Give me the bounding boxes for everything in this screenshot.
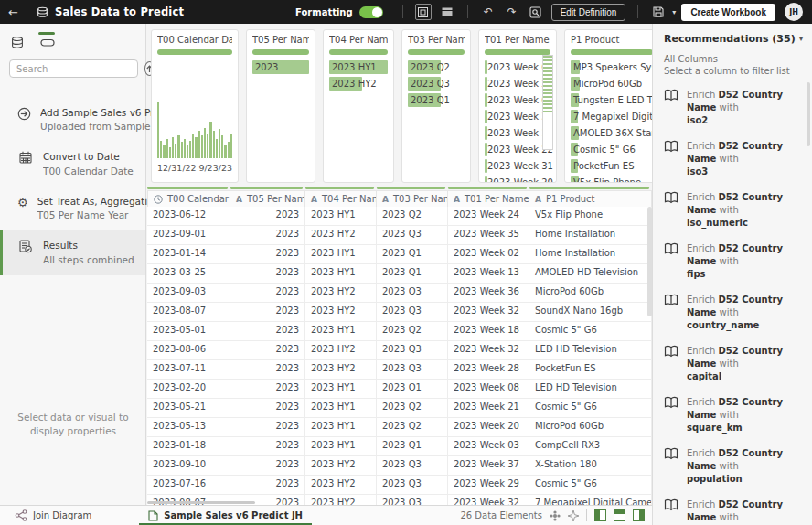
table-cell[interactable]: 7 Megapixel Digital Camera	[529, 495, 652, 505]
table-cell[interactable]: 2023 Week 32	[448, 341, 529, 360]
table-cell[interactable]: 2023	[230, 207, 305, 226]
table-cell[interactable]: 2023 Week 03	[448, 437, 529, 456]
undo-icon[interactable]: ↶	[480, 4, 497, 20]
table-cell[interactable]: 2023	[230, 284, 305, 303]
table-cell[interactable]: 2023 HY2	[305, 495, 377, 505]
card-value-item[interactable]: 2023 Week 32	[485, 110, 550, 123]
table-cell[interactable]: Home Installation	[529, 245, 652, 264]
table-cell[interactable]: 2023-01-14	[147, 245, 230, 264]
table-cell[interactable]: 2023 Week 29	[448, 476, 529, 495]
table-cell[interactable]: 2023 Week 32	[448, 495, 529, 505]
table-cell[interactable]: 2023 Q3	[377, 456, 448, 476]
card-value-item[interactable]: 7 Megapixel Digital C	[571, 110, 652, 123]
table-cell[interactable]: 2023-09-01	[147, 226, 230, 245]
card-value-item[interactable]: 2023 Week 22	[485, 143, 550, 156]
table-cell[interactable]: 2023 HY2	[305, 360, 377, 380]
table-cell[interactable]: Cosmic 5" G6	[529, 322, 652, 341]
search-input[interactable]	[9, 59, 138, 78]
step-item[interactable]: ResultsAll steps combined	[0, 230, 145, 274]
recommendation-item[interactable]: Enrich D52 Country Name withiso2	[664, 89, 803, 127]
table-cell[interactable]: 2023 HY1	[305, 380, 377, 399]
column-profile-card[interactable]: T03 Per Name Qtr2023 Q22023 Q32023 Q1	[401, 29, 471, 183]
table-cell[interactable]: 2023-07-11	[147, 360, 230, 380]
table-cell[interactable]: Home Installation	[529, 226, 652, 245]
recommendation-item[interactable]: Enrich D52 Country Name withcapital	[664, 345, 803, 383]
table-cell[interactable]: 2023 Week 02	[448, 245, 529, 264]
table-cell[interactable]: 2023 Q2	[377, 207, 448, 226]
column-header[interactable]: AT03 Per Nam...	[377, 190, 448, 208]
table-view-icon[interactable]	[439, 4, 455, 20]
table-cell[interactable]: 2023	[230, 226, 305, 245]
card-value-item[interactable]: 2023 HY2	[329, 77, 388, 91]
dataset-tab[interactable]: Sample Sales v6 Predict JH	[139, 506, 312, 525]
column-profile-card[interactable]: T04 Per Name ...2023 HY12023 HY2	[323, 29, 394, 183]
table-cell[interactable]: 2023-03-25	[147, 264, 230, 284]
table-cell[interactable]: 2023	[230, 322, 305, 341]
table-cell[interactable]: 2023 Week 20	[448, 418, 529, 437]
card-view-icon[interactable]	[415, 4, 432, 20]
save-menu-caret-icon[interactable]: ▾	[672, 8, 676, 16]
card-value-item[interactable]: PocketFun ES	[571, 159, 652, 173]
save-icon[interactable]	[650, 4, 667, 20]
card-value-item[interactable]: 2023 Week 27	[485, 77, 550, 91]
table-cell[interactable]: 2023 Q3	[377, 303, 448, 322]
edit-definition-button[interactable]: Edit Definition	[551, 4, 626, 21]
table-cell[interactable]: 2023	[230, 264, 305, 284]
join-diagram-button[interactable]: Join Diagram	[15, 509, 91, 521]
card-value-item[interactable]: 2023 Week 20	[485, 176, 550, 183]
table-cell[interactable]: 2023 HY2	[305, 341, 377, 360]
table-cell[interactable]: Cosmic 5" G6	[529, 476, 652, 495]
table-cell[interactable]: 2023	[230, 399, 305, 418]
table-cell[interactable]: AMOLED HD Television	[529, 264, 652, 284]
table-cell[interactable]: 2023	[230, 476, 305, 495]
step-item[interactable]: Add Sample Sales v6 Pre...Uploaded from …	[0, 98, 145, 142]
table-cell[interactable]: 2023 Q1	[377, 437, 448, 456]
column-profile-card[interactable]: P1 ProductMP3 Speakers SystemMicroPod 60…	[564, 29, 652, 183]
card-value-item[interactable]: 2023 Week 19	[485, 126, 550, 140]
toggle-top-panel-icon[interactable]	[614, 509, 625, 521]
table-cell[interactable]: 2023	[230, 360, 305, 380]
card-value-item[interactable]: Cosmic 5" G6	[571, 143, 652, 156]
card-value-item[interactable]: Tungsten E LED TV	[571, 93, 652, 107]
step-item[interactable]: ⚙Set Treat As, AggregationT05 Per Name Y…	[0, 187, 145, 230]
horizontal-scrollbar[interactable]	[147, 501, 255, 504]
table-cell[interactable]: 2023 HY1	[305, 245, 377, 264]
column-header[interactable]: AT04 Per Nam...	[305, 190, 377, 208]
recommendation-item[interactable]: Enrich D52 Country Name withiso3	[664, 140, 803, 178]
table-cell[interactable]: 2023	[230, 456, 305, 476]
card-value-item[interactable]: 2023 Q2	[408, 60, 465, 74]
recommendation-item[interactable]: Enrich D52 Country Name withfips	[664, 242, 803, 281]
table-cell[interactable]: 2023 Q2	[377, 322, 448, 341]
table-cell[interactable]: 2023-09-10	[147, 456, 230, 476]
column-header[interactable]: T00 Calendar Date	[147, 190, 230, 208]
card-value-item[interactable]: 2023 Week 31	[485, 159, 550, 173]
formatting-toggle[interactable]	[359, 6, 383, 18]
step-item[interactable]: Convert to DateT00 Calendar Date	[0, 142, 145, 186]
recommendation-item[interactable]: Enrich D52 Country Name withcontinent	[664, 498, 803, 525]
table-cell[interactable]: 2023 Q3	[377, 284, 448, 303]
table-cell[interactable]: 2023 Week 21	[448, 399, 529, 418]
table-cell[interactable]: Cosmic 5" G6	[529, 399, 652, 418]
sparkle-icon[interactable]	[568, 510, 579, 521]
table-cell[interactable]: 2023	[230, 303, 305, 322]
table-cell[interactable]: 2023 HY1	[305, 418, 377, 437]
table-cell[interactable]: MicroPod 60Gb	[529, 418, 652, 437]
card-value-item[interactable]: V5x Flip Phone	[571, 176, 652, 183]
create-workbook-button[interactable]: Create Workbook	[681, 4, 775, 21]
table-cell[interactable]: 2023-08-06	[147, 341, 230, 360]
table-cell[interactable]: 2023 HY1	[305, 322, 377, 341]
recommendation-item[interactable]: Enrich D52 Country Name withiso_numeric	[664, 191, 803, 230]
table-cell[interactable]: 2023 Q1	[377, 264, 448, 284]
column-profile-card[interactable]: T05 Per Name Y...2023	[246, 29, 315, 183]
card-value-item[interactable]: 2023 Week 01	[485, 60, 550, 74]
table-cell[interactable]: 2023 Week 28	[448, 360, 529, 380]
toggle-left-panel-icon[interactable]	[594, 509, 606, 521]
table-cell[interactable]: PocketFun ES	[529, 360, 652, 380]
table-cell[interactable]: 2023 HY1	[305, 437, 377, 456]
table-cell[interactable]: 2023 Week 37	[448, 456, 529, 476]
toggle-right-panel-icon[interactable]	[633, 509, 645, 521]
data-tab[interactable]	[11, 32, 24, 48]
table-cell[interactable]: 2023 HY2	[305, 303, 377, 322]
recommendation-item[interactable]: Enrich D52 Country Name withcountry_name	[664, 294, 803, 332]
table-cell[interactable]: 2023 Q1	[377, 245, 448, 264]
